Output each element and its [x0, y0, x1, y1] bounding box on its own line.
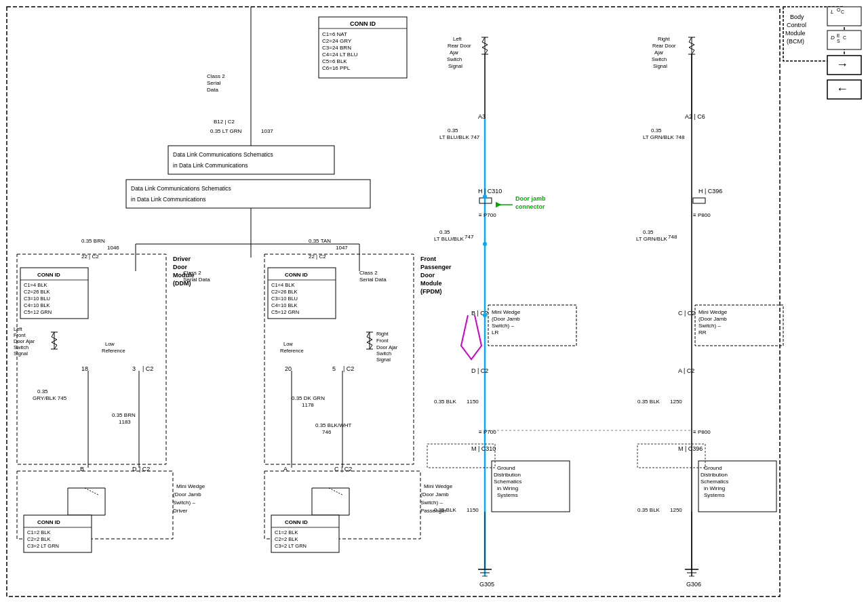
- svg-text:C2=26 BLK: C2=26 BLK: [24, 289, 50, 295]
- svg-text:≡ P700: ≡ P700: [479, 212, 496, 218]
- svg-text:Rear Door: Rear Door: [652, 43, 676, 49]
- svg-text:18: 18: [81, 365, 88, 372]
- svg-text:0.35 BLK: 0.35 BLK: [637, 399, 660, 405]
- svg-text:Mini Wedge: Mini Wedge: [176, 483, 205, 489]
- svg-text:Right: Right: [376, 331, 389, 337]
- svg-text:Passenger: Passenger: [420, 264, 452, 270]
- svg-text:A | C2: A | C2: [678, 367, 694, 374]
- svg-text:Switch: Switch: [447, 56, 462, 62]
- svg-text:0.35 BLK: 0.35 BLK: [637, 507, 660, 513]
- svg-text:Mini Wedge: Mini Wedge: [698, 309, 728, 315]
- svg-text:0.35 DK GRN: 0.35 DK GRN: [292, 395, 325, 401]
- svg-text:Door Ajar: Door Ajar: [376, 344, 398, 350]
- svg-text:0.35 BRN: 0.35 BRN: [112, 412, 136, 418]
- svg-text:in Data Link Communications: in Data Link Communications: [173, 162, 248, 169]
- svg-text:Reference: Reference: [280, 348, 304, 354]
- svg-text:connector: connector: [515, 203, 545, 210]
- svg-text:0.35 LT GRN: 0.35 LT GRN: [210, 128, 242, 134]
- svg-text:S: S: [837, 39, 840, 43]
- svg-text:C1=4 BLK: C1=4 BLK: [24, 282, 47, 288]
- svg-text:Module: Module: [173, 272, 195, 279]
- svg-text:C3=24 BRN: C3=24 BRN: [322, 45, 351, 51]
- svg-text:Ajar: Ajar: [450, 49, 459, 56]
- svg-text:1046: 1046: [107, 245, 119, 251]
- svg-point-254: [483, 313, 487, 317]
- svg-text:LT GRN/BLK 748: LT GRN/BLK 748: [643, 134, 685, 140]
- svg-text:in Data Link Communications: in Data Link Communications: [131, 196, 206, 203]
- svg-text:CONN ID: CONN ID: [285, 519, 308, 525]
- svg-text:Class 2: Class 2: [359, 270, 378, 276]
- svg-text:L: L: [831, 9, 833, 15]
- svg-text:Serial: Serial: [207, 80, 221, 86]
- svg-text:(DDM): (DDM): [173, 280, 191, 287]
- svg-text:Signal: Signal: [376, 357, 391, 363]
- svg-text:Left: Left: [453, 36, 462, 42]
- svg-text:C3=2 LT GRN: C3=2 LT GRN: [275, 543, 307, 549]
- svg-text:0.35 TAN: 0.35 TAN: [309, 238, 331, 244]
- svg-text:Schematics: Schematics: [494, 479, 521, 485]
- svg-text:C3=10 BLU: C3=10 BLU: [24, 296, 50, 302]
- svg-text:C1=4 BLK: C1=4 BLK: [271, 282, 294, 288]
- svg-text:LT GRN/BLK: LT GRN/BLK: [636, 236, 668, 242]
- svg-text:Data Link Communications Schem: Data Link Communications Schematics: [173, 151, 273, 158]
- svg-text:LT BLU/BLK: LT BLU/BLK: [434, 236, 464, 242]
- svg-text:H | C310: H | C310: [478, 188, 502, 195]
- svg-text:C1=6 NAT: C1=6 NAT: [322, 31, 347, 37]
- svg-text:Switch) –: Switch) –: [698, 323, 721, 329]
- svg-text:(FPDM): (FPDM): [420, 288, 442, 295]
- svg-text:C3=10 BLU: C3=10 BLU: [271, 296, 298, 302]
- svg-text:C5=12 GRN: C5=12 GRN: [271, 309, 299, 315]
- svg-text:Body: Body: [790, 14, 804, 20]
- svg-text:0.35: 0.35: [643, 229, 654, 235]
- svg-text:0.35: 0.35: [37, 388, 48, 394]
- svg-text:CONN ID: CONN ID: [350, 20, 376, 27]
- svg-text:Door: Door: [173, 264, 187, 270]
- svg-text:Switch: Switch: [14, 344, 28, 350]
- svg-text:←: ←: [836, 82, 848, 96]
- svg-text:M | C396: M | C396: [678, 445, 703, 452]
- svg-point-253: [483, 242, 487, 246]
- svg-text:≡ P800: ≡ P800: [693, 429, 711, 435]
- svg-text:Systems: Systems: [704, 492, 725, 498]
- svg-text:C5=6 BLK: C5=6 BLK: [322, 58, 347, 64]
- svg-text:5: 5: [332, 365, 336, 372]
- svg-text:Switch: Switch: [652, 56, 667, 62]
- svg-text:1250: 1250: [670, 399, 682, 405]
- svg-text:B12 | C2: B12 | C2: [214, 119, 235, 125]
- svg-rect-40: [126, 180, 370, 208]
- svg-text:Front: Front: [420, 256, 436, 262]
- svg-text:C1=2 BLK: C1=2 BLK: [27, 529, 50, 535]
- svg-text:C1=2 BLK: C1=2 BLK: [275, 529, 298, 535]
- svg-text:0.35: 0.35: [448, 127, 458, 134]
- svg-text:Low: Low: [105, 341, 115, 347]
- svg-text:G306: G306: [686, 581, 701, 588]
- svg-text:LT BLU/BLK 747: LT BLU/BLK 747: [439, 134, 480, 140]
- svg-text:H | C396: H | C396: [698, 188, 722, 195]
- svg-text:747: 747: [465, 234, 474, 240]
- svg-text:Reference: Reference: [102, 348, 125, 354]
- svg-text:Rear Door: Rear Door: [448, 43, 471, 49]
- svg-text:Switch) –: Switch) –: [173, 500, 195, 506]
- svg-text:Switch: Switch: [376, 350, 391, 357]
- svg-text:C | C2: C | C2: [678, 310, 695, 317]
- svg-text:Serial Data: Serial Data: [359, 277, 387, 283]
- svg-text:M | C310: M | C310: [471, 445, 496, 452]
- svg-text:Module: Module: [785, 30, 806, 37]
- svg-text:Switch) –: Switch) –: [420, 500, 443, 506]
- svg-point-252: [483, 195, 487, 199]
- svg-text:Signal: Signal: [14, 350, 28, 357]
- svg-text:Distribution: Distribution: [701, 472, 728, 478]
- svg-text:C4=10 BLK: C4=10 BLK: [24, 302, 50, 308]
- svg-rect-37: [168, 146, 334, 174]
- svg-text:1047: 1047: [336, 245, 348, 251]
- svg-text:(Door Jamb: (Door Jamb: [173, 491, 201, 498]
- svg-text:C4=24 LT BLU: C4=24 LT BLU: [322, 52, 358, 58]
- svg-text:1183: 1183: [119, 419, 131, 425]
- svg-text:0.35: 0.35: [651, 127, 662, 134]
- svg-text:0.35 BRN: 0.35 BRN: [81, 238, 105, 244]
- svg-text:Class 2: Class 2: [207, 73, 225, 79]
- svg-text:Systems: Systems: [497, 492, 518, 498]
- svg-text:Left: Left: [14, 326, 22, 332]
- svg-text:| C2: | C2: [142, 365, 153, 372]
- svg-text:Ground: Ground: [497, 465, 515, 471]
